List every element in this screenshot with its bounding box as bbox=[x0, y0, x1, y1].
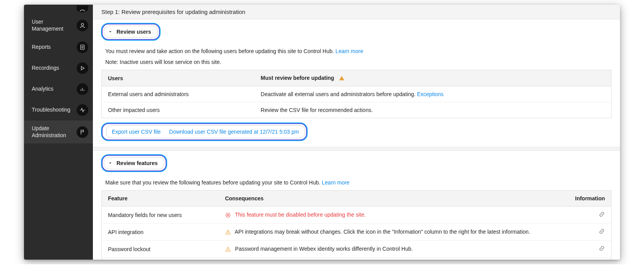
review-features-intro: Make sure that you review the following … bbox=[101, 177, 611, 188]
sidebar-item-analytics[interactable]: Analytics bbox=[24, 79, 93, 100]
svg-point-14 bbox=[228, 234, 228, 234]
svg-point-16 bbox=[228, 251, 228, 251]
users-col-header: Users bbox=[102, 70, 255, 86]
sidebar-item-label: Analytics bbox=[32, 86, 57, 93]
feature-col-header: Feature bbox=[102, 191, 219, 207]
sidebar-item-user-management[interactable]: User Management bbox=[24, 14, 93, 37]
table-row: External users and administrators Deacti… bbox=[102, 86, 611, 102]
users-table-body: External users and administrators Deacti… bbox=[102, 86, 611, 118]
sidebar-item-recordings[interactable]: Recordings bbox=[24, 58, 93, 79]
bar-chart-icon bbox=[77, 83, 88, 95]
table-row: Mandatory fields for new users This feat… bbox=[102, 207, 611, 224]
app-shell: User Management Reports Recordings Analy… bbox=[24, 5, 620, 260]
user-icon bbox=[77, 20, 88, 31]
learn-more-link[interactable]: Learn more bbox=[322, 179, 350, 186]
page-title: Step 1: Review prerequisites for updatin… bbox=[93, 5, 620, 19]
features-table-body: Mandatory fields for new users This feat… bbox=[102, 207, 611, 260]
table-row: API integration API integrations may bre… bbox=[102, 224, 611, 241]
sidebar: User Management Reports Recordings Analy… bbox=[24, 5, 93, 260]
must-review-col-header: Must review before updating bbox=[255, 70, 611, 86]
download-user-csv-link[interactable]: Download user CSV file generated at 12/7… bbox=[169, 129, 299, 135]
accordion-review-users[interactable]: Review users bbox=[104, 26, 158, 38]
svg-marker-5 bbox=[81, 67, 84, 70]
exceptions-link[interactable]: Exceptions bbox=[417, 91, 443, 97]
highlight-ring: Review features bbox=[101, 155, 167, 172]
warning-icon bbox=[225, 229, 231, 235]
export-user-csv-link[interactable]: Export user CSV file bbox=[112, 129, 161, 135]
table-row: Administrator control of user name chang… bbox=[102, 258, 611, 260]
consequences-col-header: Consequences bbox=[219, 191, 569, 207]
accordion-review-features[interactable]: Review features bbox=[104, 157, 164, 169]
play-icon bbox=[77, 62, 88, 74]
learn-more-link[interactable]: Learn more bbox=[336, 48, 363, 54]
section-separator bbox=[93, 147, 620, 151]
table-row: Other impacted users Review the CSV file… bbox=[102, 102, 611, 118]
accordion-label: Review users bbox=[116, 29, 151, 35]
activity-icon bbox=[77, 104, 88, 116]
information-col-header: Information bbox=[569, 191, 611, 207]
sidebar-item-label: Recordings bbox=[32, 65, 62, 72]
review-users-note: Note: Inactive users will lose service o… bbox=[101, 57, 611, 67]
sidebar-item-update-administration[interactable]: Update Administration bbox=[24, 121, 93, 143]
chevron-down-icon bbox=[108, 161, 113, 165]
csv-links-pill: Export user CSV file Download user CSV f… bbox=[106, 125, 305, 138]
info-link-icon[interactable] bbox=[599, 211, 605, 217]
svg-point-0 bbox=[81, 23, 84, 26]
error-icon bbox=[225, 212, 231, 218]
accordion-label: Review features bbox=[116, 160, 158, 166]
warning-icon bbox=[225, 246, 231, 252]
sidebar-item-reports[interactable]: Reports bbox=[24, 37, 93, 58]
sidebar-item-label: Reports bbox=[32, 44, 54, 51]
section-review-features: Review features Make sure that you revie… bbox=[93, 151, 620, 260]
highlight-ring: Export user CSV file Download user CSV f… bbox=[101, 123, 307, 141]
table-row: Password lockout Password management in … bbox=[102, 241, 611, 258]
section-review-users: Review users You must review and take ac… bbox=[93, 19, 620, 147]
sidebar-item-label: Troubleshooting bbox=[32, 107, 74, 114]
sidebar-item-unknown[interactable] bbox=[24, 5, 93, 14]
document-icon bbox=[77, 41, 88, 53]
info-link-icon[interactable] bbox=[599, 228, 605, 234]
highlight-ring: Review users bbox=[101, 23, 160, 40]
warning-icon bbox=[339, 75, 345, 81]
unknown-icon bbox=[77, 5, 88, 12]
review-users-intro: You must review and take action on the f… bbox=[101, 46, 611, 57]
sidebar-item-label: Update Administration bbox=[32, 125, 77, 139]
features-table: Feature Consequences Information Mandato… bbox=[101, 190, 611, 260]
info-link-icon[interactable] bbox=[599, 245, 605, 251]
sidebar-item-troubleshooting[interactable]: Troubleshooting bbox=[24, 100, 93, 121]
users-table: Users Must review before updating Extern… bbox=[101, 70, 611, 118]
sidebar-item-label: User Management bbox=[32, 19, 77, 32]
flag-icon bbox=[77, 126, 88, 138]
chevron-down-icon bbox=[108, 29, 113, 34]
main-content: Step 1: Review prerequisites for updatin… bbox=[93, 5, 620, 260]
